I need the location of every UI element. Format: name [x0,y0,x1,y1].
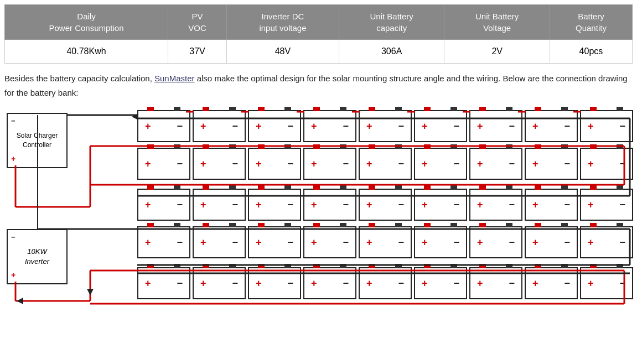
col-header-battery-quantity: BatteryQuantity [550,5,632,40]
battery-row-1: +− +− +− +− +− +− +− +− +− [137,110,630,142]
battery-4-5: +− [359,226,412,258]
controller-box: − Solar ChargerController + [7,113,68,168]
col-header-pv-voc: PVVOC [168,5,227,40]
battery-1-2: +− [193,110,246,142]
battery-2-8: +− [525,148,578,180]
battery-4-8: +− [525,226,578,258]
battery-2-4: +− [303,148,356,180]
battery-1-5: +− [359,110,412,142]
battery-3-3: +− [248,189,301,221]
svg-marker-32 [87,289,94,295]
cell-unit-battery-capacity: 306A [339,40,444,64]
battery-3-7: +− [469,189,522,221]
battery-3-6: +− [414,189,467,221]
inverter-box: − 10KWInverter + [7,229,68,284]
battery-2-9: +− [580,148,633,180]
battery-2-6: +− [414,148,467,180]
svg-marker-33 [17,298,23,304]
inverter-label: 10KWInverter [25,247,49,267]
battery-3-5: +− [359,189,412,221]
battery-row-4: +− +− +− +− +− +− +− +− +− [137,226,630,258]
battery-5-1: +− [137,267,190,299]
battery-3-8: +− [525,189,578,221]
col-header-unit-battery-capacity: Unit Batterycapacity [339,5,444,40]
col-header-unit-battery-voltage: Unit BatteryVoltage [444,5,550,40]
battery-3-2: +− [193,189,246,221]
battery-4-4: +− [303,226,356,258]
battery-2-2: +− [193,148,246,180]
controller-minus: − [11,116,15,126]
battery-2-3: +− [248,148,301,180]
battery-5-6: +− [414,267,467,299]
wiring-diagram: − Solar ChargerController + − 10KWInvert… [4,107,633,312]
battery-1-4: +− [303,110,356,142]
battery-3-9: +− [580,189,633,221]
battery-5-5: +− [359,267,412,299]
sunmaster-link[interactable]: SunMaster [154,74,195,83]
controller-plus: + [11,154,15,165]
cell-battery-quantity: 40pcs [550,40,632,64]
description-text: Besides the battery capacity calculation… [4,71,633,100]
battery-1-9: +− [580,110,633,142]
battery-2-1: +− [137,148,190,180]
battery-4-2: +− [193,226,246,258]
battery-5-8: +− [525,267,578,299]
inverter-plus: + [11,270,15,281]
battery-1-6: +− [414,110,467,142]
battery-1-3: +− [248,110,301,142]
battery-1-7: +− [469,110,522,142]
battery-5-4: +− [303,267,356,299]
battery-4-1: +− [137,226,190,258]
battery-row-5: +− +− +− +− +− +− +− +− +− [137,267,630,299]
battery-5-2: +− [193,267,246,299]
battery-4-7: +− [469,226,522,258]
battery-row-2: +− +− +− +− +− +− +− +− +− [137,148,630,180]
col-header-daily-power: DailyPower Consumption [5,5,168,40]
inverter-minus: − [11,232,15,242]
cell-inverter-dc: 48V [227,40,339,64]
battery-2-5: +− [359,148,412,180]
cell-pv-voc: 37V [168,40,227,64]
battery-1-8: +− [525,110,578,142]
battery-4-6: +− [414,226,467,258]
battery-1-1: +− [137,110,190,142]
cell-daily-power: 40.78Kwh [5,40,168,64]
battery-5-9: +− [580,267,633,299]
battery-4-9: +− [580,226,633,258]
cell-unit-battery-voltage: 2V [444,40,550,64]
controller-label: Solar ChargerController [17,131,58,150]
battery-row-3: +− +− +− +− +− +− +− +− +− [137,189,630,221]
battery-3-1: +− [137,189,190,221]
battery-5-3: +− [248,267,301,299]
battery-3-4: +− [303,189,356,221]
battery-5-7: +− [469,267,522,299]
battery-4-3: +− [248,226,301,258]
battery-2-7: +− [469,148,522,180]
specs-table: DailyPower Consumption PVVOC Inverter DC… [4,4,633,64]
col-header-inverter-dc: Inverter DCinput voltage [227,5,339,40]
